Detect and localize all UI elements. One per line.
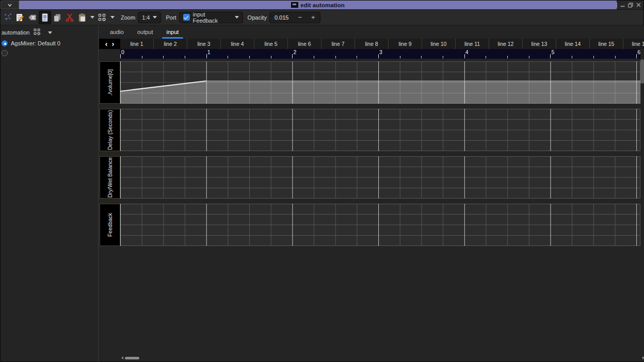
svg-text:6: 6: [637, 49, 640, 55]
lane-volume-0: ./volume[0]: [99, 61, 644, 104]
sidebar-title: automation: [2, 29, 29, 36]
restore-button[interactable]: [628, 3, 633, 8]
port-combobox[interactable]: input Feedback: [179, 12, 243, 23]
line-header-9[interactable]: line 9: [389, 39, 422, 49]
window-controls: [617, 1, 643, 9]
automation-lanes: ./volume[0]Delay (Seconds)Dry/Wet Balanc…: [99, 61, 644, 246]
opacity-label: Opacity: [248, 14, 267, 21]
line-header-1[interactable]: line 1: [120, 39, 154, 49]
line-nav: ‹ ›: [99, 39, 120, 49]
lane-label: ./volume[0]: [100, 61, 120, 104]
scrollbar-left-arrow[interactable]: [121, 356, 123, 359]
position-tool-button[interactable]: [2, 11, 14, 24]
line-header-2[interactable]: line 2: [154, 39, 187, 49]
lane-dry-wet-balance: Dry/Wet Balance: [99, 156, 644, 199]
opacity-decrement-button[interactable]: −: [293, 12, 307, 23]
close-button[interactable]: [636, 3, 641, 7]
automation-grid-volume-0[interactable]: [120, 61, 640, 104]
line-header-5[interactable]: line 5: [254, 39, 288, 49]
tool-menu-button[interactable]: [96, 11, 108, 24]
horizontal-scrollbar-thumb[interactable]: [125, 357, 139, 359]
scroll-lines-left-button[interactable]: ‹: [104, 40, 109, 47]
lane-label: Dry/Wet Balance: [100, 156, 120, 199]
opacity-increment-button[interactable]: +: [307, 12, 320, 23]
lane-label: Feedback: [100, 204, 120, 246]
chevron-down-icon: [7, 3, 12, 7]
edit-tool-button[interactable]: [14, 11, 26, 24]
lane-delay-seconds: Delay (Seconds): [99, 109, 644, 151]
select-tool-button[interactable]: [39, 11, 51, 24]
svg-text:1: 1: [207, 49, 211, 55]
paste-dropdown-arrow[interactable]: [88, 11, 96, 24]
opacity-spinbutton: 0.015 − +: [269, 12, 320, 23]
zoom-combobox[interactable]: 1:4: [138, 12, 161, 23]
port-label: Port: [166, 14, 176, 21]
cut-icon: [65, 13, 74, 22]
tool-icon[interactable]: [33, 28, 41, 37]
window-icon: [291, 2, 298, 8]
svg-text:2: 2: [293, 49, 296, 55]
line-header-4[interactable]: line 4: [221, 39, 254, 49]
tab-input[interactable]: input: [160, 25, 186, 39]
line-header-12[interactable]: line 12: [489, 39, 523, 49]
horizontal-scrollbar[interactable]: [120, 356, 644, 360]
line-header-7[interactable]: line 7: [321, 39, 355, 49]
copy-icon: [53, 13, 62, 22]
machine-radio-1[interactable]: [2, 50, 98, 57]
line-header-16[interactable]: line 16: [623, 39, 644, 49]
position-icon: [3, 13, 12, 22]
vertical-scrollbar-thumb[interactable]: [640, 59, 644, 84]
cut-button[interactable]: [63, 11, 76, 24]
minimize-button[interactable]: [620, 3, 625, 7]
tab-output[interactable]: output: [131, 25, 160, 39]
line-header-11[interactable]: line 11: [456, 39, 489, 49]
scroll-lines-right-button[interactable]: ›: [111, 40, 116, 47]
line-header-14[interactable]: line 14: [556, 39, 590, 49]
line-header-15[interactable]: line 15: [590, 39, 623, 49]
port-value: input Feedback: [193, 11, 232, 24]
tab-audio[interactable]: audio: [103, 25, 131, 39]
lane-label-text: Feedback: [107, 213, 113, 237]
paste-button[interactable]: [76, 11, 88, 24]
restore-icon: [628, 3, 633, 8]
machine-selector-header: automation: [2, 28, 98, 37]
line-header-row: ‹ › line 1line 2line 3line 4line 5line 6…: [99, 39, 644, 49]
edit-automation-window: edit automation Zoom 1:4 Port: [0, 0, 644, 362]
machine-radio-0[interactable]: AgsMixer: Default 0: [2, 40, 98, 47]
lane-label: Delay (Seconds): [100, 109, 120, 151]
clear-icon: [28, 13, 37, 22]
tool-icon: [98, 13, 107, 22]
machine-selector-sidebar: automation AgsMixer: Default 0: [1, 25, 99, 361]
line-header-6[interactable]: line 6: [288, 39, 321, 49]
vertical-scrollbar[interactable]: [640, 59, 644, 357]
machine-list: AgsMixer: Default 0: [2, 40, 98, 57]
titlebar-drag-area[interactable]: edit automation: [19, 1, 617, 9]
zoom-value: 1:4: [142, 14, 150, 21]
titlebar-separator: [617, 3, 617, 8]
automation-editor: audiooutputinput ‹ › line 1line 2line 3l…: [99, 25, 644, 361]
window-menu-button[interactable]: [1, 1, 19, 9]
line-header-8[interactable]: line 8: [355, 39, 389, 49]
lane-label-text: Delay (Seconds): [107, 110, 113, 150]
line-header-10[interactable]: line 10: [422, 39, 456, 49]
lane-label-text: Dry/Wet Balance: [107, 157, 113, 198]
copy-button[interactable]: [51, 11, 63, 24]
automation-grid-feedback[interactable]: [120, 204, 640, 246]
paste-icon: [77, 13, 87, 22]
line-header-13[interactable]: line 13: [523, 39, 556, 49]
automation-grid-delay-seconds[interactable]: [120, 109, 640, 151]
toolbar: Zoom 1:4 Port input Feedback Opacity 0.0…: [1, 9, 643, 25]
tool-menu-dropdown-arrow[interactable]: [108, 11, 116, 24]
lane-label-text: ./volume[0]: [107, 69, 113, 95]
port-enabled-checkbox[interactable]: [183, 14, 190, 21]
opacity-value[interactable]: 0.015: [270, 12, 294, 23]
svg-text:5: 5: [552, 49, 555, 55]
toolbar-buttons: [2, 11, 116, 24]
edit-icon: [15, 13, 25, 22]
line-header-3[interactable]: line 3: [187, 39, 221, 49]
radio-icon: [2, 40, 8, 46]
main-area: automation AgsMixer: Default 0 audiooutp…: [1, 25, 643, 361]
clear-tool-button[interactable]: [26, 11, 39, 24]
chevron-down-icon[interactable]: [48, 31, 52, 34]
automation-grid-dry-wet-balance[interactable]: [120, 156, 640, 199]
